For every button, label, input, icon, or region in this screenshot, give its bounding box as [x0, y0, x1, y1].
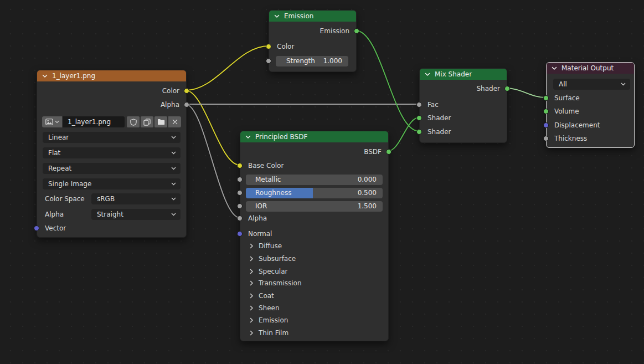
node-material-output[interactable]: Material Output All Surface Volume Displ… — [546, 62, 635, 148]
node-principled-bsdf[interactable]: Principled BSDF BSDF Base Color Metallic… — [240, 131, 389, 341]
interpolation-dropdown[interactable]: Linear — [43, 132, 181, 143]
input-row-displacement: Displacement — [547, 120, 634, 131]
roughness-slider[interactable]: Roughness 0.500 — [246, 188, 383, 198]
ior-slider[interactable]: IOR 1.500 — [246, 201, 383, 212]
source-dropdown[interactable]: Single Image — [43, 178, 181, 189]
node-header[interactable]: Mix Shader — [420, 69, 507, 80]
section-specular[interactable]: Specular — [240, 266, 388, 277]
node-editor-canvas[interactable]: 1_layer1.png Color Alpha 1_layer1.png — [0, 0, 644, 364]
input-label: Surface — [554, 94, 580, 102]
socket-ior-input[interactable] — [237, 203, 243, 209]
section-transmission[interactable]: Transmission — [240, 278, 388, 289]
socket-shader2-input[interactable] — [416, 129, 422, 135]
socket-color-input[interactable] — [266, 44, 271, 49]
input-row-shader1: Shader — [420, 112, 507, 124]
chevron-down-icon[interactable] — [274, 14, 280, 18]
slider-value: 1.500 — [358, 202, 377, 210]
alpha-mode-dropdown[interactable]: Straight — [91, 209, 181, 220]
projection-dropdown[interactable]: Flat — [43, 147, 181, 158]
socket-surface-input[interactable] — [543, 95, 549, 101]
wire-color-to-basecolor[interactable] — [186, 90, 240, 165]
node-title: Emission — [284, 12, 313, 20]
node-header[interactable]: Principled BSDF — [240, 131, 388, 142]
source-row: Single Image — [37, 178, 186, 189]
node-emission[interactable]: Emission Emission Color Strength 1.000 — [269, 10, 357, 72]
section-coat[interactable]: Coat — [240, 290, 388, 301]
node-header[interactable]: Material Output — [547, 63, 634, 74]
wire-emission-to-shader2[interactable] — [356, 30, 419, 131]
node-image-texture[interactable]: 1_layer1.png Color Alpha 1_layer1.png — [37, 70, 187, 238]
socket-vector-input[interactable] — [34, 225, 39, 231]
socket-normal-input[interactable] — [237, 231, 243, 237]
section-sheen[interactable]: Sheen — [240, 303, 388, 314]
socket-roughness-input[interactable] — [237, 190, 243, 196]
metallic-slider[interactable]: Metallic 0.000 — [246, 175, 383, 185]
output-row-alpha: Alpha — [37, 99, 186, 110]
socket-volume-input[interactable] — [543, 109, 549, 114]
node-header[interactable]: 1_layer1.png — [37, 70, 186, 81]
node-title: Mix Shader — [435, 70, 472, 78]
wire-bsdf-to-shader1[interactable] — [388, 117, 419, 151]
chevron-down-icon — [171, 151, 176, 155]
node-mix-shader[interactable]: Mix Shader Shader Fac Shader Shader — [419, 68, 507, 143]
section-emission[interactable]: Emission — [240, 315, 388, 326]
socket-fac-input[interactable] — [416, 102, 422, 107]
section-diffuse[interactable]: Diffuse — [240, 240, 388, 252]
node-title: 1_layer1.png — [52, 72, 95, 80]
projection-row: Flat — [37, 147, 186, 158]
section-subsurface[interactable]: Subsurface — [240, 253, 388, 264]
socket-strength-input[interactable] — [266, 58, 271, 64]
socket-metallic-input[interactable] — [237, 177, 243, 182]
dropdown-value: Single Image — [48, 180, 91, 188]
chevron-down-icon[interactable] — [245, 135, 251, 139]
input-label: Shader — [427, 114, 451, 122]
duplicate-button[interactable] — [141, 116, 153, 127]
socket-alpha-input[interactable] — [237, 216, 243, 221]
interpolation-row: Linear — [37, 132, 186, 143]
extension-dropdown[interactable]: Repeat — [43, 163, 181, 174]
chevron-down-icon — [171, 197, 176, 201]
input-row-vector: Vector — [37, 223, 186, 234]
unlink-button[interactable] — [168, 116, 181, 127]
socket-thickness-input[interactable] — [543, 136, 549, 141]
wire-color-to-emission[interactable] — [186, 46, 269, 90]
folder-icon — [157, 119, 165, 125]
open-image-button[interactable] — [154, 116, 167, 127]
socket-displacement-input[interactable] — [543, 122, 549, 128]
input-row-metallic: Metallic 0.000 — [240, 174, 388, 185]
socket-shader1-input[interactable] — [416, 115, 422, 121]
chevron-right-icon — [250, 305, 254, 311]
input-row-shader2: Shader — [420, 126, 507, 137]
color-space-row: Color Space sRGB — [37, 193, 186, 204]
socket-bsdf-output[interactable] — [386, 149, 391, 155]
color-space-dropdown[interactable]: sRGB — [91, 193, 181, 204]
slider-value: 1.000 — [323, 57, 342, 65]
section-label: Specular — [259, 268, 287, 275]
socket-shader-output[interactable] — [504, 86, 510, 91]
chevron-right-icon — [250, 330, 254, 336]
target-dropdown[interactable]: All — [553, 79, 630, 90]
section-label: Subsurface — [259, 255, 296, 263]
input-label: Displacement — [554, 121, 600, 129]
node-header[interactable]: Emission — [269, 11, 356, 22]
image-name-field[interactable]: 1_layer1.png — [63, 116, 125, 127]
input-row-normal: Normal — [240, 228, 388, 239]
input-label: Normal — [248, 230, 272, 238]
strength-slider[interactable]: Strength 1.000 — [276, 56, 348, 66]
chevron-down-icon[interactable] — [552, 66, 557, 70]
socket-alpha-output[interactable] — [184, 102, 189, 107]
input-row-roughness: Roughness 0.500 — [240, 187, 388, 198]
chevron-down-icon[interactable] — [42, 74, 48, 78]
chevron-down-icon — [171, 182, 176, 186]
chevron-down-icon — [55, 120, 59, 124]
socket-color-output[interactable] — [184, 88, 189, 94]
input-label: Base Color — [248, 162, 284, 170]
section-thin-film[interactable]: Thin Film — [240, 327, 388, 339]
chevron-down-icon[interactable] — [425, 73, 430, 76]
input-row-fac: Fac — [420, 99, 507, 110]
fake-user-button[interactable] — [127, 116, 140, 127]
image-browse-button[interactable] — [42, 116, 62, 127]
chevron-right-icon — [250, 317, 254, 323]
socket-base-color-input[interactable] — [237, 163, 243, 168]
socket-emission-output[interactable] — [354, 28, 359, 34]
